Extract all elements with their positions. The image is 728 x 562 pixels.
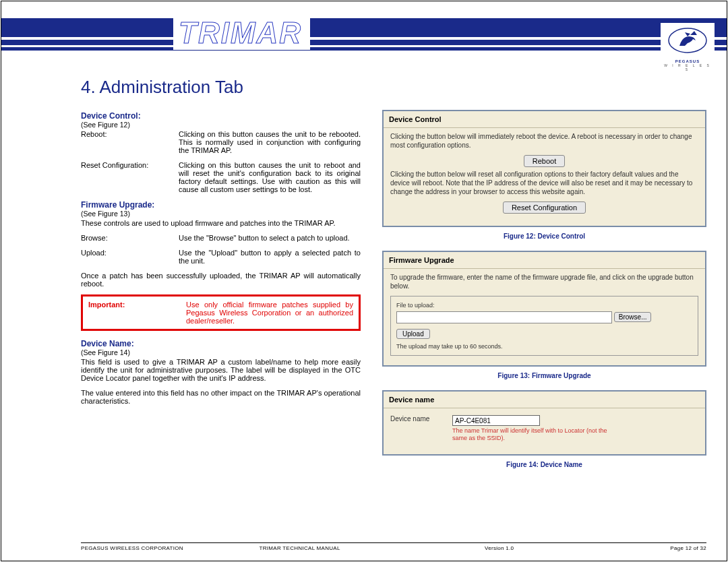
firmware-outro: Once a patch has been successfully uploa… xyxy=(81,272,361,288)
reboot-button[interactable]: Reboot xyxy=(524,155,565,167)
firmware-heading: Firmware Upgrade: xyxy=(81,200,361,210)
see-figure-12: (See Figure 12) xyxy=(81,121,361,129)
pegasus-logo: PEGASUS W I R E L E S S xyxy=(661,23,715,73)
device-control-panel: Device Control Clicking the button below… xyxy=(382,110,706,227)
page-footer: PEGASUS WIRELESS CORPORATION TRIMAR TECH… xyxy=(81,542,706,551)
device-name-panel: Device name Device name The name Trimar … xyxy=(382,390,706,456)
page: TRIMAR PEGASUS W I R E L E S S 4. Admini… xyxy=(1,1,727,561)
upload-button[interactable]: Upload xyxy=(396,329,430,339)
see-figure-14: (See Figure 14) xyxy=(81,348,361,356)
reset-config-button[interactable]: Reset Configuration xyxy=(503,201,586,214)
figure-12-caption: Figure 12: Device Control xyxy=(382,232,706,240)
left-column: Device Control: (See Figure 12) Reboot: … xyxy=(81,110,361,479)
reboot-definition: Reboot: Clicking on this button causes t… xyxy=(81,130,361,154)
footer-version: Version 1.0 xyxy=(370,545,596,551)
browse-definition: Browse: Use the "Browse" button to selec… xyxy=(81,234,361,242)
important-callout: Important: Use only official firmware pa… xyxy=(81,294,361,331)
see-figure-13: (See Figure 13) xyxy=(81,210,361,218)
content-area: 4. Administration Tab Device Control: (S… xyxy=(81,77,706,479)
footer-doc-title: TRIMAR TECHNICAL MANUAL xyxy=(192,545,371,551)
device-name-p2: The value entered into this field has no… xyxy=(81,389,361,405)
brand-logo-text: TRIMAR xyxy=(173,16,310,50)
upload-definition: Upload: Use the "Upload" button to apply… xyxy=(81,249,361,265)
file-path-input[interactable] xyxy=(396,311,612,323)
upload-area: File to upload: Browse... Upload The upl… xyxy=(390,296,698,356)
browse-button[interactable]: Browse... xyxy=(614,312,652,322)
figure-13-caption: Figure 13: Firmware Upgrade xyxy=(382,372,706,379)
firmware-intro: These controls are used to upload firmwa… xyxy=(81,219,361,227)
reset-config-definition: Reset Configuration: Clicking on this bu… xyxy=(81,161,361,193)
device-control-heading: Device Control: xyxy=(81,111,361,121)
footer-company: PEGASUS WIRELESS CORPORATION xyxy=(81,545,192,551)
figure-14-caption: Figure 14: Device Name xyxy=(382,461,706,468)
page-title: 4. Administration Tab xyxy=(81,77,706,98)
pegasus-icon xyxy=(667,24,708,57)
device-name-heading: Device Name: xyxy=(81,339,361,348)
footer-page: Page 12 of 32 xyxy=(596,545,707,551)
device-name-p1: This field is used to give a TRIMAR AP a… xyxy=(81,358,361,382)
firmware-upgrade-panel: Firmware Upgrade To upgrade the firmware… xyxy=(382,251,706,367)
device-name-input[interactable] xyxy=(452,415,540,426)
header-stripes xyxy=(1,18,727,51)
right-column: Device Control Clicking the button below… xyxy=(382,110,706,479)
